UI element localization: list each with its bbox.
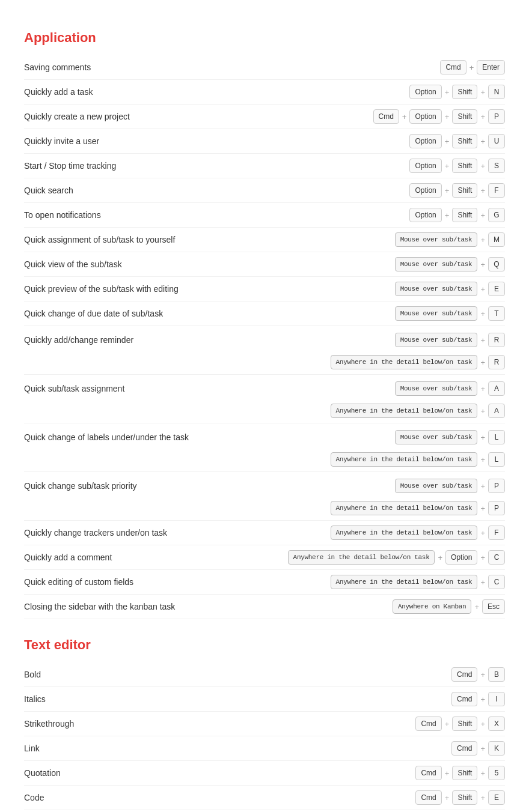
plus-separator: + bbox=[444, 211, 450, 220]
shortcut-label: Quick sub/task assignment bbox=[24, 384, 204, 393]
key-badge: M bbox=[488, 232, 505, 247]
key-badge: Anywhere in the detail below/on task bbox=[331, 575, 478, 589]
key-badge: Anywhere in the detail below/on task bbox=[331, 404, 478, 418]
key-badge: Shift bbox=[452, 717, 477, 731]
shortcut-label: Quick assignment of sub/task to yourself bbox=[24, 235, 204, 244]
shortcut-keys: Mouse over sub/task+P bbox=[395, 479, 505, 493]
plus-separator: + bbox=[480, 529, 486, 538]
key-badge: P bbox=[488, 109, 505, 124]
key-badge: Cmd bbox=[451, 667, 477, 682]
key-badge: E bbox=[488, 790, 505, 805]
key-badge: G bbox=[488, 208, 505, 222]
shortcut-keys: Anywhere in the detail below/on task+C bbox=[331, 575, 505, 589]
shortcut-keys: Option+Shift+U bbox=[409, 134, 505, 148]
plus-separator: + bbox=[480, 162, 486, 171]
key-badge: K bbox=[488, 741, 505, 756]
key-badge: I bbox=[488, 692, 505, 706]
shortcut-row: Anywhere in the detail below/on task+L bbox=[24, 447, 505, 471]
key-badge: Shift bbox=[452, 208, 477, 222]
shortcut-row: Quick preview of the sub/task with editi… bbox=[24, 277, 505, 301]
key-badge: Cmd bbox=[451, 741, 477, 756]
key-badge: Shift bbox=[452, 790, 477, 805]
plus-separator: + bbox=[480, 695, 486, 704]
plus-separator: + bbox=[474, 602, 480, 611]
shortcut-label: Start / Stop time tracking bbox=[24, 161, 204, 171]
key-badge: C bbox=[488, 550, 505, 565]
shortcut-keys: Cmd+Option+Shift+P bbox=[373, 109, 506, 124]
key-badge: C bbox=[488, 575, 505, 589]
key-badge: N bbox=[488, 85, 505, 99]
plus-separator: + bbox=[480, 504, 486, 513]
key-badge: Anywhere in the detail below/on task bbox=[288, 550, 435, 565]
shortcut-row: Quick change sub/task priorityMouse over… bbox=[24, 472, 505, 496]
shortcut-keys: Anywhere in the detail below/on task+A bbox=[331, 404, 505, 418]
section-title-text-editor: Text editor bbox=[24, 637, 505, 653]
shortcut-group: Quickly add/change reminderMouse over su… bbox=[24, 326, 505, 375]
shortcut-label: Quick change of due date of sub/task bbox=[24, 309, 204, 318]
key-badge: Anywhere on Kanban bbox=[393, 599, 471, 614]
section-application: ApplicationSaving commentsCmd+EnterQuick… bbox=[24, 30, 505, 619]
shortcut-keys: Mouse over sub/task+M bbox=[395, 232, 505, 247]
key-badge: B bbox=[488, 667, 505, 682]
plus-separator: + bbox=[437, 553, 443, 562]
shortcut-keys: Cmd+I bbox=[451, 692, 505, 706]
shortcut-keys: Anywhere in the detail below/on task+P bbox=[331, 501, 505, 515]
plus-separator: + bbox=[480, 793, 486, 802]
key-badge: Option bbox=[445, 550, 477, 565]
shortcut-row: Anywhere in the detail below/on task+R bbox=[24, 350, 505, 374]
key-badge: F bbox=[488, 183, 505, 198]
key-badge: Mouse over sub/task bbox=[395, 306, 478, 321]
shortcut-keys: Mouse over sub/task+A bbox=[395, 381, 505, 396]
shortcut-row: Closing the sidebar with the kanban task… bbox=[24, 595, 505, 619]
key-badge: F bbox=[488, 526, 505, 540]
plus-separator: + bbox=[480, 260, 486, 269]
plus-separator: + bbox=[402, 112, 408, 121]
shortcut-label: Bold bbox=[24, 670, 204, 679]
plus-separator: + bbox=[444, 162, 450, 171]
key-badge: Option bbox=[409, 85, 441, 99]
shortcut-keys: Mouse over sub/task+E bbox=[395, 282, 505, 296]
key-badge: Mouse over sub/task bbox=[395, 232, 478, 247]
shortcut-row: QuotationCmd+Shift+5 bbox=[24, 761, 505, 786]
key-badge: P bbox=[488, 479, 505, 493]
shortcut-label: Quickly change trackers under/on task bbox=[24, 528, 204, 538]
key-badge: R bbox=[488, 333, 505, 347]
key-badge: Mouse over sub/task bbox=[395, 479, 478, 493]
shortcut-keys: Option+Shift+N bbox=[409, 85, 505, 99]
plus-separator: + bbox=[480, 235, 486, 244]
key-badge: Shift bbox=[452, 134, 477, 148]
plus-separator: + bbox=[480, 211, 486, 220]
plus-separator: + bbox=[480, 186, 486, 195]
shortcut-keys: Cmd+Shift+E bbox=[415, 790, 505, 805]
shortcut-row: StrikethroughCmd+Shift+X bbox=[24, 712, 505, 736]
key-badge: X bbox=[488, 717, 505, 731]
key-badge: T bbox=[488, 306, 505, 321]
plus-separator: + bbox=[480, 769, 486, 778]
plus-separator: + bbox=[480, 553, 486, 562]
key-badge: Shift bbox=[452, 159, 477, 173]
shortcut-keys: Mouse over sub/task+R bbox=[395, 333, 505, 347]
shortcut-row: Quick change of due date of sub/taskMous… bbox=[24, 301, 505, 326]
shortcut-keys: Cmd+B bbox=[451, 667, 505, 682]
key-badge: Option bbox=[409, 183, 441, 198]
shortcut-row: Quick view of the sub/taskMouse over sub… bbox=[24, 252, 505, 277]
shortcut-row: Quickly add a commentAnywhere in the det… bbox=[24, 545, 505, 570]
key-badge: Cmd bbox=[415, 717, 441, 731]
plus-separator: + bbox=[480, 744, 486, 753]
key-badge: Mouse over sub/task bbox=[395, 282, 478, 296]
key-badge: Cmd bbox=[451, 692, 477, 706]
plus-separator: + bbox=[444, 720, 450, 729]
key-badge: Option bbox=[409, 134, 441, 148]
shortcut-row: Quick searchOption+Shift+F bbox=[24, 178, 505, 203]
plus-separator: + bbox=[469, 63, 475, 72]
shortcut-row: LinkCmd+K bbox=[24, 736, 505, 761]
plus-separator: + bbox=[480, 407, 486, 416]
shortcut-row: Quickly invite a userOption+Shift+U bbox=[24, 129, 505, 154]
shortcut-row: Quick assignment of sub/task to yourself… bbox=[24, 228, 505, 252]
plus-separator: + bbox=[480, 720, 486, 729]
key-badge: P bbox=[488, 501, 505, 515]
shortcut-label: Quick view of the sub/task bbox=[24, 259, 204, 269]
plus-separator: + bbox=[444, 137, 450, 146]
plus-separator: + bbox=[480, 482, 486, 491]
shortcut-label: Saving comments bbox=[24, 62, 204, 72]
